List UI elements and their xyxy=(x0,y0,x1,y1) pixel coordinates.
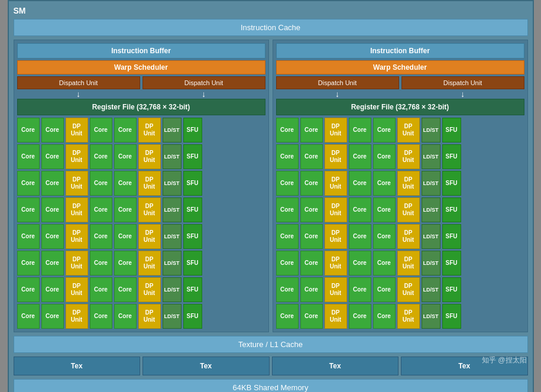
core-row: CoreCoreDP UnitCoreCoreDP UnitLD/STSFU xyxy=(276,277,524,302)
ld/st-cell: LD/ST xyxy=(163,197,182,222)
left-dispatch-2: Dispatch Unit xyxy=(142,76,265,89)
dp-unit-cell: DP Unit xyxy=(66,277,88,302)
sfu-cell: SFU xyxy=(183,144,202,169)
right-register-file: Register File (32,768 × 32-bit) xyxy=(276,99,524,115)
left-dispatch-1: Dispatch Unit xyxy=(17,76,140,89)
core-cell: Core xyxy=(300,251,323,276)
sfu-cell: SFU xyxy=(442,197,461,222)
dp-unit-cell: DP Unit xyxy=(325,118,347,142)
core-cell: Core xyxy=(373,277,396,302)
core-cell: Core xyxy=(90,171,112,196)
left-cores-grid: CoreCoreDP UnitCoreCoreDP UnitLD/STSFUCo… xyxy=(17,118,265,329)
core-cell: Core xyxy=(276,304,299,329)
core-cell: Core xyxy=(17,304,40,329)
dp-unit-cell: DP Unit xyxy=(325,224,347,249)
core-cell: Core xyxy=(90,251,112,276)
core-cell: Core xyxy=(373,304,396,329)
core-cell: Core xyxy=(114,224,137,249)
dp-unit-cell: DP Unit xyxy=(397,251,420,276)
dp-unit-cell: DP Unit xyxy=(397,171,420,196)
tex-2: Tex xyxy=(142,357,270,375)
core-cell: Core xyxy=(17,277,40,302)
ld/st-cell: LD/ST xyxy=(163,144,182,169)
core-cell: Core xyxy=(373,171,396,196)
core-cell: Core xyxy=(41,171,64,196)
dp-unit-cell: DP Unit xyxy=(397,197,420,222)
core-cell: Core xyxy=(17,118,40,142)
dp-unit-cell: DP Unit xyxy=(66,118,88,142)
right-dispatch-row: Dispatch Unit Dispatch Unit xyxy=(276,76,524,89)
left-arrow-1: ↓ xyxy=(17,89,140,99)
left-section: Instruction Buffer Warp Scheduler Dispat… xyxy=(14,40,269,332)
core-row: CoreCoreDP UnitCoreCoreDP UnitLD/STSFU xyxy=(276,197,524,222)
core-cell: Core xyxy=(349,224,371,249)
ld/st-cell: LD/ST xyxy=(163,251,182,276)
core-cell: Core xyxy=(90,197,112,222)
dp-unit-cell: DP Unit xyxy=(397,304,420,329)
dp-unit-cell: DP Unit xyxy=(138,251,161,276)
right-half: Instruction Buffer Warp Scheduler Dispat… xyxy=(273,40,528,332)
core-row: CoreCoreDP UnitCoreCoreDP UnitLD/STSFU xyxy=(17,144,265,169)
dp-unit-cell: DP Unit xyxy=(325,304,347,329)
right-arrow-1: ↓ xyxy=(276,89,399,99)
ld/st-cell: LD/ST xyxy=(163,304,182,329)
core-cell: Core xyxy=(41,118,64,142)
core-cell: Core xyxy=(114,304,137,329)
sfu-cell: SFU xyxy=(442,251,461,276)
ld/st-cell: LD/ST xyxy=(422,224,440,249)
core-cell: Core xyxy=(17,171,40,196)
core-cell: Core xyxy=(349,197,371,222)
dp-unit-cell: DP Unit xyxy=(138,277,161,302)
core-cell: Core xyxy=(276,197,299,222)
core-cell: Core xyxy=(17,251,40,276)
ld/st-cell: LD/ST xyxy=(163,118,182,142)
right-inst-buffer: Instruction Buffer xyxy=(276,43,524,59)
core-cell: Core xyxy=(300,144,323,169)
tex-row: Tex Tex Tex Tex xyxy=(14,357,528,375)
dp-unit-cell: DP Unit xyxy=(138,197,161,222)
sfu-cell: SFU xyxy=(442,304,461,329)
core-cell: Core xyxy=(349,277,371,302)
sfu-cell: SFU xyxy=(442,118,461,142)
dp-unit-cell: DP Unit xyxy=(66,224,88,249)
core-cell: Core xyxy=(300,224,323,249)
core-cell: Core xyxy=(114,277,137,302)
tex-3: Tex xyxy=(272,357,399,375)
core-row: CoreCoreDP UnitCoreCoreDP UnitLD/STSFU xyxy=(17,251,265,276)
right-arrow-2: ↓ xyxy=(401,89,524,99)
core-cell: Core xyxy=(373,144,396,169)
dp-unit-cell: DP Unit xyxy=(397,144,420,169)
core-cell: Core xyxy=(276,251,299,276)
sfu-cell: SFU xyxy=(442,171,461,196)
dp-unit-cell: DP Unit xyxy=(397,224,420,249)
right-dispatch-2: Dispatch Unit xyxy=(401,76,524,89)
dp-unit-cell: DP Unit xyxy=(325,251,347,276)
core-cell: Core xyxy=(17,197,40,222)
right-arrow-row: ↓ ↓ xyxy=(276,89,524,99)
core-cell: Core xyxy=(300,304,323,329)
core-row: CoreCoreDP UnitCoreCoreDP UnitLD/STSFU xyxy=(276,118,524,142)
core-cell: Core xyxy=(276,277,299,302)
core-cell: Core xyxy=(90,224,112,249)
core-row: CoreCoreDP UnitCoreCoreDP UnitLD/STSFU xyxy=(17,304,265,329)
shared-memory: 64KB Shared Memory xyxy=(14,379,528,392)
core-cell: Core xyxy=(41,251,64,276)
core-cell: Core xyxy=(276,171,299,196)
sfu-cell: SFU xyxy=(183,251,202,276)
core-cell: Core xyxy=(17,144,40,169)
core-cell: Core xyxy=(349,144,371,169)
core-row: CoreCoreDP UnitCoreCoreDP UnitLD/STSFU xyxy=(17,197,265,222)
texture-cache: Texture / L1 Cache xyxy=(14,336,528,353)
core-row: CoreCoreDP UnitCoreCoreDP UnitLD/STSFU xyxy=(17,171,265,196)
ld/st-cell: LD/ST xyxy=(163,224,182,249)
left-arrow-2: ↓ xyxy=(142,89,265,99)
right-warp-scheduler: Warp Scheduler xyxy=(276,60,524,74)
core-row: CoreCoreDP UnitCoreCoreDP UnitLD/STSFU xyxy=(17,118,265,142)
left-register-file: Register File (32,768 × 32-bit) xyxy=(17,99,265,115)
core-cell: Core xyxy=(373,197,396,222)
right-dispatch-1: Dispatch Unit xyxy=(276,76,399,89)
left-dispatch-row: Dispatch Unit Dispatch Unit xyxy=(17,76,265,89)
core-cell: Core xyxy=(373,251,396,276)
watermark: 知乎 @捏太阳 xyxy=(482,355,527,365)
left-arrow-row: ↓ ↓ xyxy=(17,89,265,99)
